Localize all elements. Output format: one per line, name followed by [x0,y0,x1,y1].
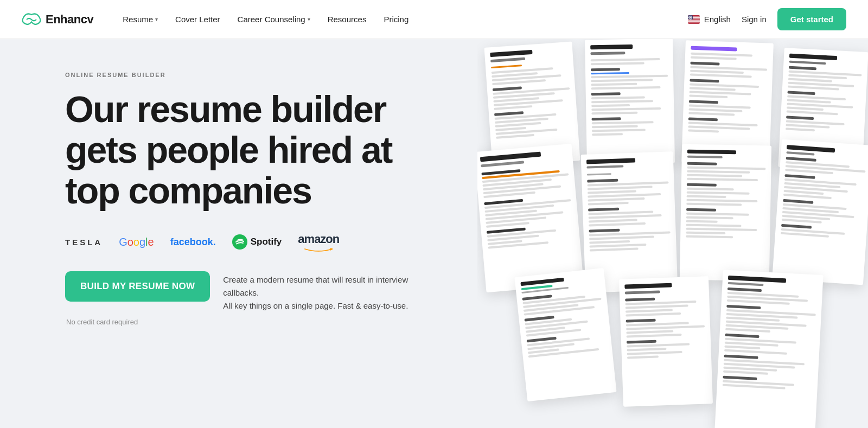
no-credit-card-label: No credit card required [65,318,477,326]
svg-point-8 [688,15,689,16]
resume-card-ian-petersen-1 [772,139,868,285]
svg-point-10 [690,15,691,16]
nav-item-career-counseling[interactable]: Career Counseling ▾ [230,10,318,28]
svg-point-25 [691,18,692,18]
nav-item-resources[interactable]: Resources [320,10,374,28]
logo[interactable]: Enhancv [22,12,93,27]
flag-us-icon [688,15,700,24]
navbar: Enhancv Resume ▾ Cover Letter Career Cou… [0,0,868,39]
logo-icon [22,13,41,26]
language-label: English [704,15,731,24]
svg-point-21 [692,17,692,17]
spotify-icon [232,234,247,250]
svg-point-14 [690,16,690,17]
svg-rect-5 [688,21,700,22]
resume-card-5 [680,144,771,282]
facebook-logo: facebook. [170,237,216,248]
hero-headline: Our resume builder gets people hired at … [65,89,434,210]
resume-card-maddy [514,268,616,401]
hero-right [477,39,868,428]
svg-rect-4 [688,20,700,20]
nav-right: English Sign in Get started [688,8,846,30]
google-logo: Google [119,236,154,248]
company-logos: TESLA Google facebook. Spotify amazon [65,232,477,252]
svg-point-19 [690,17,691,17]
svg-point-20 [691,17,691,17]
svg-point-30 [692,18,692,19]
get-started-button[interactable]: Get started [777,8,846,30]
svg-point-16 [691,16,692,17]
amazon-logo: amazon [298,232,339,252]
svg-point-31 [232,234,247,250]
sign-in-button[interactable]: Sign in [739,10,769,28]
hero-section: ONLINE RESUME BUILDER Our resume builder… [0,39,868,428]
svg-point-18 [689,17,690,17]
svg-point-15 [690,16,691,17]
hero-tag: ONLINE RESUME BUILDER [65,72,477,78]
spotify-logo: Spotify [232,234,282,250]
svg-point-12 [692,15,692,16]
svg-point-9 [689,15,690,16]
amazon-arrow-icon [299,246,337,252]
nav-item-resume[interactable]: Resume ▾ [115,10,165,28]
hero-left: ONLINE RESUME BUILDER Our resume builder… [0,39,477,428]
svg-point-27 [689,18,690,19]
svg-point-24 [690,18,691,18]
cta-row: Build my resume nOW Create a modern resu… [65,271,477,312]
resume-card-2 [585,39,675,164]
svg-point-17 [688,17,689,17]
nav-item-pricing[interactable]: Pricing [376,10,416,28]
nav-item-cover-letter[interactable]: Cover Letter [168,10,228,28]
chevron-down-icon: ▾ [308,16,310,22]
svg-rect-6 [688,22,700,23]
svg-point-26 [688,18,689,19]
brand-name: Enhancv [46,12,93,27]
svg-point-13 [688,16,689,17]
svg-point-23 [690,18,690,18]
cta-section: Build my resume nOW Create a modern resu… [65,271,477,326]
svg-point-22 [688,18,689,18]
svg-point-29 [691,18,691,19]
resume-card-6 [619,276,713,407]
build-resume-button[interactable]: Build my resume nOW [65,271,210,302]
language-selector[interactable]: English [688,15,731,24]
resume-previews [477,39,868,428]
tesla-logo: TESLA [65,238,103,247]
svg-point-28 [690,18,691,19]
spotify-text: Spotify [251,237,282,247]
svg-point-11 [691,15,691,16]
resume-card-ian-petersen-2 [714,270,823,428]
cta-description: Create a modern resume that will result … [223,271,418,312]
resume-card-alex-murphy [477,144,584,293]
chevron-down-icon: ▾ [155,16,158,22]
nav-links: Resume ▾ Cover Letter Career Counseling … [115,10,688,28]
